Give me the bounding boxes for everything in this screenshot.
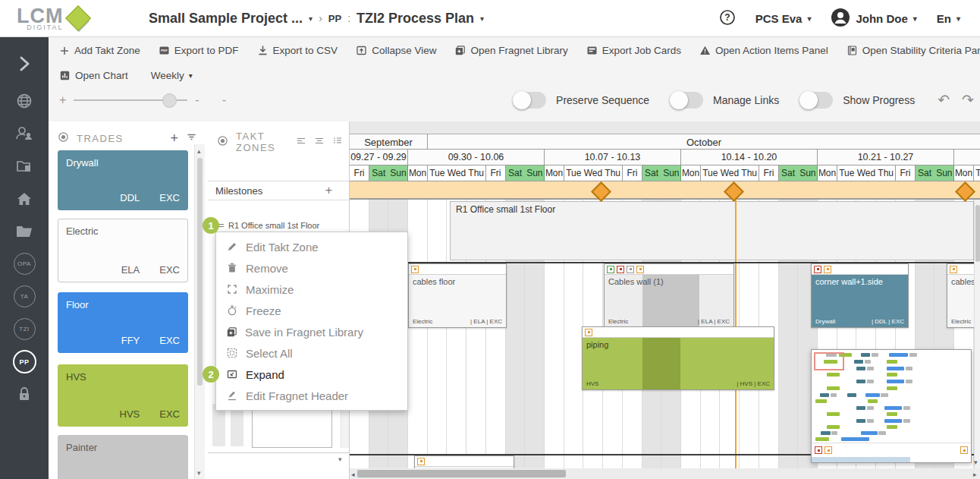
week-cell [954, 150, 980, 165]
svg-text:PDF: PDF [161, 49, 168, 52]
language-dropdown[interactable]: En ▾ [937, 12, 960, 25]
menu-item-maximize[interactable]: Maximize [216, 279, 407, 300]
zoom-slider-handle[interactable] [162, 93, 177, 108]
zoom-out-secondary[interactable]: - [222, 93, 226, 107]
list-icon[interactable] [332, 135, 343, 149]
align-center-icon[interactable] [314, 135, 325, 149]
undo-icon[interactable]: ↶ [938, 91, 950, 109]
plan-title-dropdown[interactable]: TZI2 Process Plan [357, 11, 474, 27]
v-scrollbar[interactable] [974, 200, 980, 468]
radio-icon[interactable] [217, 135, 228, 150]
app-header: LCM DIGITAL Small Sample Project ... ▾ ›… [0, 0, 980, 37]
task-codes: | HVS | EXC [737, 380, 770, 387]
toggle-preserve-sequence[interactable] [513, 92, 546, 109]
sidebar-item-folders[interactable] [0, 215, 49, 247]
trade-card-drywall[interactable]: DrywallDDLEXC [58, 150, 188, 210]
task-card-cables-wall-1-[interactable]: Cables wall (1)Electric| ELA | EXC [604, 263, 734, 328]
sidebar-item-lock[interactable] [0, 378, 49, 411]
toolbar-button-open-action-items-panel[interactable]: Open Action Items Panel [699, 45, 828, 56]
minimap-bar [887, 373, 897, 377]
task-card-piping[interactable]: pipingHVS| HVS | EXC [582, 326, 774, 390]
zoom-slider[interactable] [74, 99, 187, 101]
status-dot [953, 268, 955, 270]
h-scrollbar[interactable] [350, 468, 980, 479]
trades-scrollbar-thumb[interactable] [197, 158, 203, 386]
sidebar-item-pp[interactable]: PP [0, 345, 49, 378]
chevron-down-icon[interactable]: ▾ [480, 14, 484, 23]
sidebar-item-project-files[interactable] [0, 150, 49, 182]
toolbar-button-collapse-view[interactable]: Collapse View [356, 45, 436, 56]
sidebar-item-expand-sidebar[interactable] [0, 47, 49, 80]
menu-item-freeze[interactable]: Freeze [216, 300, 407, 321]
sidebar-item-opa[interactable]: OPA [0, 247, 49, 280]
h-scrollbar-thumb[interactable] [357, 470, 566, 477]
freeze-icon [226, 304, 238, 317]
red-status-icon [815, 446, 822, 454]
minimap-selection[interactable] [814, 352, 844, 370]
menu-item-label: Maximize [246, 283, 294, 296]
sidebar-item-tzi[interactable]: TZI [0, 313, 49, 345]
minimap-scrollbar[interactable] [812, 457, 910, 462]
chevron-down-icon[interactable]: ▾ [309, 14, 313, 23]
sidebar-item-home[interactable] [0, 182, 49, 215]
add-trade-button[interactable]: + [170, 131, 178, 147]
task-footer: Electric| ELA | EXC [413, 318, 502, 325]
scroll-right-icon[interactable]: ▸ [973, 471, 977, 478]
annotation-step-1: 1 [203, 217, 219, 234]
trades-scrollbar[interactable]: ▴ ▾ [194, 144, 205, 479]
toolbar-button-weekly[interactable]: Weekly▾ [151, 70, 193, 81]
toolbar-button-export-job-cards[interactable]: Export Job Cards [586, 45, 681, 56]
task-card-cables-floor[interactable]: cables floorElectric| ELA | EXC [408, 263, 507, 328]
collapse-icon [356, 45, 367, 56]
scroll-down-icon[interactable]: ▾ [338, 455, 342, 463]
sidebar-item-globe[interactable] [0, 84, 49, 117]
sidebar-item-ta[interactable]: TA [0, 280, 49, 313]
warning-icon [699, 45, 711, 56]
breadcrumb: Small Sample Project ... ▾ › PP : TZI2 P… [149, 11, 484, 27]
menu-item-edit-fragnet-header[interactable]: Edit Fragnet Header [216, 385, 407, 406]
menu-item-expand[interactable]: Expand [216, 364, 407, 385]
toolbar-button-export-to-pdf[interactable]: PDFExport to PDF [159, 45, 239, 56]
toolbar-button-export-to-csv[interactable]: Export to CSV [257, 45, 338, 56]
toolbar-button-open-stability-criteria-panel[interactable]: Open Stability Criteria Panel [847, 45, 980, 56]
pdf-icon: PDF [159, 45, 170, 56]
user-menu[interactable]: John Doe ▾ [831, 8, 916, 30]
menu-item-select-all[interactable]: Select All [216, 342, 407, 364]
task-card-body: corner wall+1.sideDrywall| DDL | EXC [812, 275, 908, 327]
menu-item-save-in-fragnet-library[interactable]: Save in Fragnet Library [216, 321, 407, 342]
day-cell: Sun [388, 165, 408, 181]
add-milestone-button[interactable]: + [325, 184, 332, 197]
task-card-corner-wall-1-side[interactable]: corner wall+1.sideDrywall| DDL | EXC [811, 263, 909, 328]
toggle-manage-links[interactable] [670, 92, 703, 109]
redo-icon[interactable]: ↷ [962, 91, 974, 109]
trade-name: Painter [66, 442, 180, 453]
workspace-dropdown[interactable]: PCS Eva ▾ [755, 12, 812, 25]
trade-card-electric[interactable]: ElectricELAEXC [58, 219, 188, 282]
sidebar-item-users[interactable] [0, 117, 49, 150]
zoom-in-button[interactable]: + [59, 93, 66, 107]
toolbar-button-add-takt-zone[interactable]: Add Takt Zone [59, 45, 140, 56]
takt-zone-list-item[interactable]: R1 Office small 1st Floor [217, 219, 319, 232]
trade-card-painter[interactable]: Painter [58, 435, 188, 479]
toggle-show-progress[interactable] [799, 92, 833, 109]
menu-item-edit-takt-zone[interactable]: Edit Takt Zone [216, 236, 407, 257]
align-left-icon[interactable] [296, 135, 306, 149]
minimap-bar [887, 386, 897, 390]
project-title-dropdown[interactable]: Small Sample Project ... [149, 11, 303, 27]
scroll-left-icon[interactable]: ◂ [351, 471, 355, 478]
zoom-out-button[interactable]: - [195, 93, 199, 107]
v-scrollbar-thumb[interactable] [975, 205, 980, 262]
toolbar-button-open-chart[interactable]: Open Chart [59, 70, 128, 81]
trade-card-floor[interactable]: FloorFFYEXC [58, 292, 188, 353]
trade-card-hvs[interactable]: HVSHVSEXC [58, 364, 188, 427]
help-button[interactable]: ? [719, 9, 736, 28]
minimap-bar [884, 419, 902, 423]
minimap-overview[interactable] [811, 349, 972, 463]
toolbar-button-open-fragnet-library[interactable]: Open Fragnet Library [454, 45, 567, 56]
radio-icon[interactable] [58, 131, 69, 146]
scroll-down-icon[interactable]: ▾ [197, 469, 201, 477]
scroll-down-icon[interactable]: ▾ [974, 459, 978, 466]
scroll-up-icon[interactable]: ▴ [197, 147, 201, 155]
menu-item-remove[interactable]: Remove [216, 257, 407, 279]
zone-header-card[interactable]: R1 Office small 1st Floor [450, 201, 974, 260]
